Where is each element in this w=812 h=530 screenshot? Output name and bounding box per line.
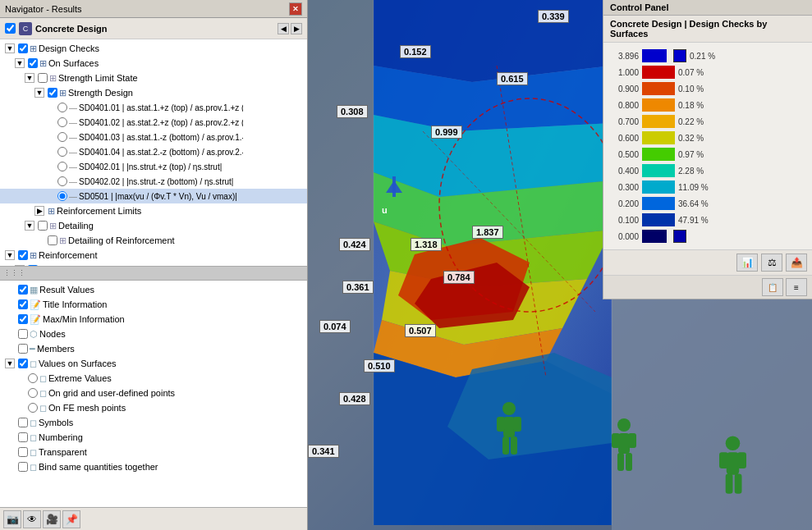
concrete-design-checkbox[interactable] — [5, 23, 16, 34]
tree-item-strength-limit[interactable]: ▼ ⊞ Strength Limit State — [0, 71, 307, 85]
nav-tool-camera[interactable]: 📷 — [3, 510, 21, 528]
expand-values-on-surfaces[interactable]: ▼ — [5, 359, 15, 368]
svg-point-30 — [617, 418, 631, 432]
tree-item-sd0401-03[interactable]: — SD0401.03 | as.stat.1.-z (bottom) / as… — [0, 130, 307, 144]
radio-sd0501[interactable] — [57, 191, 67, 201]
cb-reinforcement[interactable] — [18, 250, 28, 260]
tree-item-members[interactable]: ━ Members — [0, 341, 307, 356]
tree-item-detailing[interactable]: ▼ ⊞ Detailing — [0, 218, 307, 233]
tree-item-reinforcement[interactable]: ▼ ⊞ Reinforcement — [0, 248, 307, 263]
radio-sd0401-04[interactable] — [57, 147, 67, 157]
cb-bind-same[interactable] — [18, 462, 28, 472]
svg-text:u: u — [382, 205, 388, 215]
nav-bottom-toolbar: 📷 👁 🎥 📌 — [0, 507, 307, 530]
tree-item-on-grid[interactable]: ◻ On grid and user-defined points — [0, 386, 307, 400]
legend-value-4: 0.700 — [610, 117, 639, 126]
nav-arrow-right[interactable]: ▶ — [291, 23, 302, 34]
expand-on-surfaces-1[interactable]: ▼ — [15, 58, 25, 68]
svg-rect-40 — [726, 474, 733, 494]
cb-strength-limit[interactable] — [38, 73, 48, 83]
nav-arrow-left[interactable]: ◀ — [278, 23, 289, 34]
cb-values-on-surfaces[interactable] — [18, 359, 28, 368]
cb-maxmin-info[interactable] — [18, 314, 28, 324]
radio-sd0401-02[interactable] — [57, 117, 67, 127]
expand-strength-limit[interactable]: ▼ — [25, 73, 34, 83]
sd0401-03-label: SD0401.03 | as.stat.1.-z (bottom) / as.p… — [79, 133, 243, 142]
section-separator[interactable]: ⋮⋮⋮ — [0, 266, 307, 281]
cb-numbering[interactable] — [18, 432, 28, 442]
cb-detailing[interactable] — [38, 221, 48, 231]
legend-pct-4: 0.22 % — [678, 117, 719, 126]
tree-item-values-on-surfaces[interactable]: ▼ ◻ Values on Surfaces — [0, 356, 307, 371]
svg-rect-29 — [511, 436, 517, 455]
nodes-label: Nodes — [39, 329, 66, 339]
legend-row-5: 0.6000.32 % — [610, 130, 731, 146]
tree-item-transparent[interactable]: ◻ Transparent — [0, 445, 307, 459]
radio-on-fe-mesh[interactable] — [28, 403, 38, 413]
tree-item-on-surfaces-1[interactable]: ▼ ⊞ On Surfaces — [0, 56, 307, 71]
cp-btn-export[interactable]: 📤 — [786, 254, 807, 272]
cp-btn-balance[interactable]: ⚖ — [761, 254, 782, 272]
radio-sd0401-01[interactable] — [57, 103, 67, 112]
cb-detailing-reinf[interactable] — [48, 235, 57, 245]
expand-design-checks[interactable]: ▼ — [5, 43, 15, 53]
radio-sd0401-03[interactable] — [57, 132, 67, 142]
cb-design-checks[interactable] — [18, 43, 28, 53]
tree-item-detailing-reinf[interactable]: ⊞ Detailing of Reinforcement — [0, 233, 307, 248]
tree-item-sd0401-01[interactable]: — SD0401.01 | as.stat.1.+z (top) / as.pr… — [0, 100, 307, 115]
legend-row-7: 0.4002.28 % — [610, 162, 731, 179]
cb-strength-design[interactable] — [48, 88, 57, 98]
tree-item-sd0501[interactable]: — SD0501 | |max(vu / (Φv.T * Vn), Vu / v… — [0, 189, 307, 203]
cb-on-surfaces-1[interactable] — [28, 58, 38, 68]
expand-detailing[interactable]: ▼ — [25, 221, 34, 231]
svg-rect-35 — [626, 453, 632, 471]
cb-result-values[interactable] — [18, 285, 28, 295]
symbols-label: Symbols — [39, 418, 73, 427]
tree-item-bind-same[interactable]: ◻ Bind same quantities together — [0, 459, 307, 474]
cb-members[interactable] — [18, 344, 28, 354]
cb-symbols[interactable] — [18, 418, 28, 427]
svg-rect-41 — [735, 474, 742, 494]
reinf-limits-label: Reinforcement Limits — [57, 206, 141, 216]
navigator-panel: Navigator - Results ✕ C Concrete Design … — [0, 0, 308, 530]
title-info-label: Title Information — [43, 299, 107, 309]
tree-item-sd0402-02[interactable]: — SD0402.02 | |ns.strut.-z (bottom) / ηs… — [0, 174, 307, 189]
radio-sd0402-01[interactable] — [57, 162, 67, 171]
legend-value-1: 1.000 — [610, 68, 639, 77]
legend-color-4 — [642, 115, 675, 128]
tree-item-maxmin-info[interactable]: 📝 Max/Min Information — [0, 312, 307, 327]
green-figure-2 — [603, 415, 645, 481]
tree-item-design-checks[interactable]: ▼ ⊞ Design Checks — [0, 41, 307, 56]
nav-tool-video[interactable]: 🎥 — [43, 510, 61, 528]
nav-tool-eye[interactable]: 👁 — [23, 510, 41, 528]
expand-reinforcement[interactable]: ▼ — [5, 250, 15, 260]
tree-item-sd0402-01[interactable]: — SD0402.01 | |ns.strut.+z (top) / ηs.st… — [0, 159, 307, 174]
tree-item-reinf-limits[interactable]: ▶ ⊞ Reinforcement Limits — [0, 203, 307, 218]
expand-strength-design[interactable]: ▼ — [34, 88, 44, 98]
cb-transparent[interactable] — [18, 447, 28, 457]
radio-on-grid[interactable] — [28, 388, 38, 398]
on-fe-mesh-label: On FE mesh points — [48, 403, 126, 413]
cp-btn-chart[interactable]: 📊 — [736, 254, 758, 272]
nav-tool-pin[interactable]: 📌 — [62, 510, 80, 528]
expand-reinf-limits[interactable]: ▶ — [34, 206, 44, 216]
tree-item-extreme-values[interactable]: ◻ Extreme Values — [0, 371, 307, 386]
tree-item-symbols[interactable]: ◻ Symbols — [0, 415, 307, 430]
radio-extreme-values[interactable] — [28, 373, 38, 383]
transparent-label: Transparent — [39, 447, 87, 457]
tree-item-strength-design[interactable]: ▼ ⊞ Strength Design — [0, 85, 307, 100]
cp-btn-extra2[interactable]: ≡ — [786, 278, 807, 296]
tree-item-title-info[interactable]: 📝 Title Information — [0, 297, 307, 312]
cb-nodes[interactable] — [18, 329, 28, 339]
tree-item-on-fe-mesh[interactable]: ◻ On FE mesh points — [0, 400, 307, 415]
tree-item-numbering[interactable]: ◻ Numbering — [0, 430, 307, 445]
tree-item-result-values[interactable]: ▦ Result Values — [0, 282, 307, 297]
cb-title-info[interactable] — [18, 299, 28, 309]
tree-item-nodes[interactable]: ⬡ Nodes — [0, 327, 307, 341]
radio-sd0402-02[interactable] — [57, 176, 67, 186]
svg-rect-22 — [392, 176, 396, 197]
cp-btn-extra1[interactable]: 📋 — [762, 278, 783, 296]
tree-item-sd0401-04[interactable]: — SD0401.04 | as.stat.2.-z (bottom) / as… — [0, 144, 307, 159]
navigator-close-button[interactable]: ✕ — [289, 2, 302, 16]
tree-item-sd0401-02[interactable]: — SD0401.02 | as.stat.2.+z (top) / as.pr… — [0, 115, 307, 130]
